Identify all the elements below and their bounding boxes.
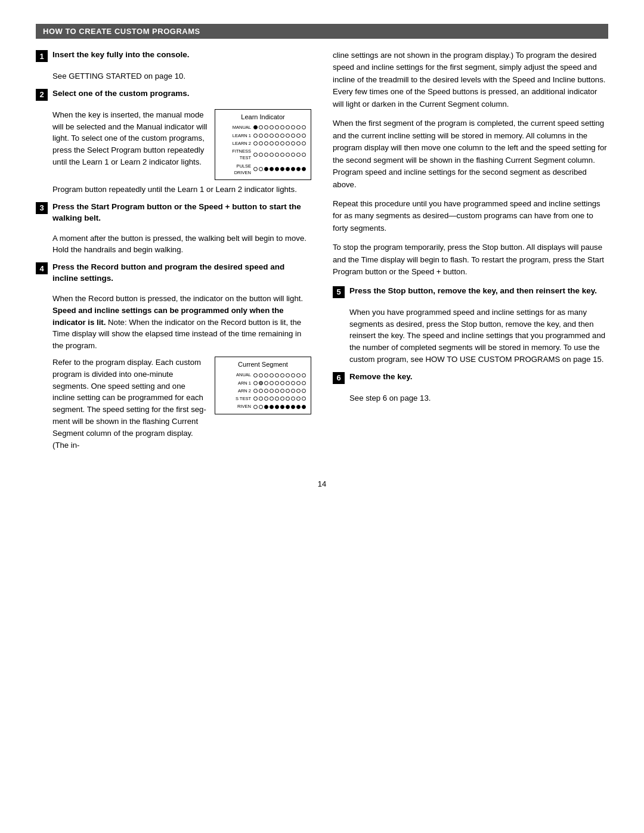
dot: [286, 141, 290, 145]
right-column: cline settings are not shown in the prog…: [333, 49, 608, 462]
dot: [264, 373, 268, 377]
dot: [286, 381, 290, 385]
step-2-text: When the key is inserted, the manual mod…: [52, 109, 208, 168]
dot: [275, 389, 279, 393]
dot: [291, 125, 295, 129]
dot: [296, 141, 301, 145]
dot: [286, 389, 290, 393]
dot: [286, 153, 290, 157]
cs-row-arn2: ARN 2: [220, 388, 306, 394]
step-2-body-extra: Program button repeatedly until the Lear…: [52, 184, 311, 196]
step-4-inline: Refer to the program display. Each custo…: [52, 357, 311, 456]
dot: [264, 125, 268, 129]
right-para4: To stop the program temporarily, press t…: [333, 241, 608, 278]
step-2: 2 Select one of the custom programs.: [36, 88, 311, 101]
dot: [291, 389, 295, 393]
dot: [253, 389, 258, 393]
dot: [286, 397, 290, 401]
dot: [259, 397, 263, 401]
step-4-body: When the Record button is pressed, the i…: [52, 293, 311, 456]
step-2-title: Select one of the custom programs.: [52, 88, 190, 100]
dot: [280, 125, 284, 129]
step-4-bold: Speed and incline settings can be progra…: [52, 306, 284, 327]
right-para2: When the first segment of the program is…: [333, 117, 608, 191]
step-5-title: Press the Stop button, remove the key, a…: [349, 286, 597, 297]
dot: [275, 134, 279, 138]
dot-row-fitness: [253, 153, 306, 157]
cs-dots-arn1: [253, 381, 306, 385]
left-column: 1 Insert the key fully into the console.…: [36, 49, 311, 462]
step-1: 1 Insert the key fully into the console.: [36, 49, 311, 62]
page-number: 14: [36, 479, 608, 488]
dot: [280, 397, 284, 401]
cs-dots-riven: [253, 405, 306, 409]
dot: [291, 373, 295, 377]
dot: [270, 373, 274, 377]
dot: [270, 381, 274, 385]
step-3-body: A moment after the button is pressed, th…: [52, 233, 311, 256]
dot: [302, 397, 306, 401]
dot: [264, 397, 268, 401]
dot: [280, 134, 284, 138]
dot-row-learn2: [253, 141, 306, 145]
step-2-inline: When the key is inserted, the manual mod…: [52, 109, 311, 180]
indicator-label-learn1: LEARN 1: [220, 132, 251, 139]
cs-dots-stest: [253, 397, 306, 401]
indicator-row-manual: MANUAL: [220, 124, 306, 131]
dot: [302, 167, 306, 171]
dot: [302, 373, 306, 377]
indicator-label-pulse: PULSE DRIVEN: [220, 163, 251, 176]
dot: [253, 381, 258, 385]
dot: [264, 381, 268, 385]
dot: [291, 397, 295, 401]
dot: [259, 134, 263, 138]
cs-row-riven: RIVEN: [220, 403, 306, 410]
step-4-para1: When the Record button is pressed, the i…: [52, 293, 311, 352]
dot: [296, 389, 301, 393]
dot: [296, 134, 301, 138]
dot: [275, 125, 279, 129]
cs-row-arn1: ARN 1: [220, 380, 306, 386]
indicator-row-learn2: LEARN 2: [220, 140, 306, 147]
dot: [270, 397, 274, 401]
dot: [270, 134, 274, 138]
dot: [259, 141, 263, 145]
dot: [259, 167, 263, 171]
dot: [270, 167, 274, 171]
page-container: HOW TO CREATE CUSTOM PROGRAMS 1 Insert t…: [36, 24, 608, 488]
step-6: 6 Remove the key.: [333, 371, 608, 384]
dot: [253, 153, 258, 157]
current-segment-title: Current Segment: [220, 360, 306, 370]
dot: [286, 167, 290, 171]
right-para3: Repeat this procedure until you have pro…: [333, 198, 608, 234]
right-para1: cline settings are not shown in the prog…: [333, 49, 608, 110]
cs-row-anual: ANUAL: [220, 371, 306, 378]
indicator-label-learn2: LEARN 2: [220, 140, 251, 147]
section-header: HOW TO CREATE CUSTOM PROGRAMS: [36, 24, 608, 39]
dot-row-learn1: [253, 134, 306, 138]
dot: [280, 373, 284, 377]
dot: [296, 397, 301, 401]
dot: [296, 373, 301, 377]
dot: [253, 134, 258, 138]
dot: [259, 153, 263, 157]
dot: [296, 405, 301, 409]
dot: [296, 167, 301, 171]
cs-label-arn2: ARN 2: [220, 388, 251, 394]
dot: [253, 373, 258, 377]
step-4-number: 4: [36, 262, 48, 274]
step-5: 5 Press the Stop button, remove the key,…: [333, 286, 608, 298]
dot: [270, 405, 274, 409]
dot: [253, 141, 258, 145]
dot: [275, 381, 279, 385]
dot: [280, 167, 284, 171]
dot: [280, 141, 284, 145]
dot: [253, 167, 258, 171]
dot: [275, 373, 279, 377]
dot: [270, 153, 274, 157]
cs-dots-anual: [253, 373, 306, 377]
cs-label-arn1: ARN 1: [220, 380, 251, 386]
indicator-row-learn1: LEARN 1: [220, 132, 306, 139]
dot: [264, 389, 268, 393]
dot: [280, 405, 284, 409]
